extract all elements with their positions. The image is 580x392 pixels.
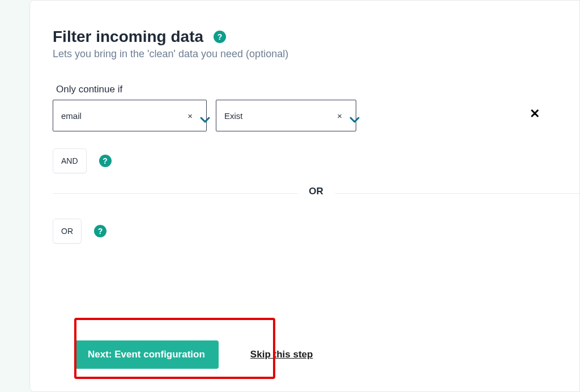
footer-row: Next: Event configuration Skip this step xyxy=(74,340,313,369)
header-row: Filter incoming data ? xyxy=(53,28,579,46)
page-subtitle: Lets you bring in the 'clean' data you n… xyxy=(53,48,579,60)
field-select-value: email xyxy=(61,111,82,121)
and-button[interactable]: AND xyxy=(53,148,87,173)
filter-card: Filter incoming data ? Lets you bring in… xyxy=(29,0,580,392)
help-icon[interactable]: ? xyxy=(94,225,106,237)
field-select-actions: × xyxy=(187,111,199,121)
operator-select-actions: × xyxy=(337,111,349,121)
page-title: Filter incoming data xyxy=(53,28,203,46)
skip-link[interactable]: Skip this step xyxy=(250,349,313,360)
help-icon[interactable]: ? xyxy=(99,155,112,167)
field-select[interactable]: email × xyxy=(53,100,207,131)
condition-row: email × Exist × ✕ xyxy=(53,100,579,131)
operator-select[interactable]: Exist × xyxy=(216,100,356,131)
condition-label: Only continue if xyxy=(56,84,579,95)
operator-select-value: Exist xyxy=(224,111,243,121)
clear-field-icon[interactable]: × xyxy=(187,111,193,121)
or-divider: OR xyxy=(53,186,579,202)
or-button[interactable]: OR xyxy=(53,219,82,244)
next-button[interactable]: Next: Event configuration xyxy=(74,340,219,369)
help-icon[interactable]: ? xyxy=(214,31,226,43)
or-row: OR ? xyxy=(53,219,579,244)
divider-label: OR xyxy=(297,186,335,197)
clear-operator-icon[interactable]: × xyxy=(337,111,342,121)
and-row: AND ? xyxy=(53,148,579,173)
close-icon[interactable]: ✕ xyxy=(530,108,540,120)
